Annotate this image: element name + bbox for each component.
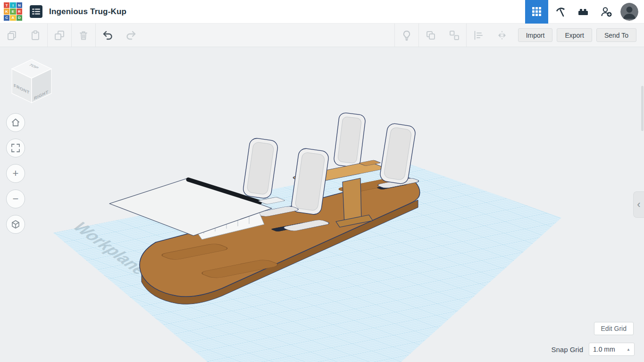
zoom-in-button[interactable]: + xyxy=(6,164,25,183)
group-button[interactable] xyxy=(419,24,443,47)
import-button[interactable]: Import xyxy=(518,28,553,42)
snap-grid-select[interactable]: 1.0 mm ▲ xyxy=(589,343,635,356)
show-all-button[interactable] xyxy=(395,24,418,47)
seat-right[interactable] xyxy=(376,123,421,189)
delete-button[interactable] xyxy=(72,24,95,47)
trash-icon xyxy=(78,30,89,41)
send-to-button[interactable]: Send To xyxy=(596,28,636,42)
lego-export-button[interactable] xyxy=(571,0,594,24)
copy-icon xyxy=(6,30,17,41)
logo-tile: D xyxy=(17,15,22,21)
mirror-button[interactable] xyxy=(490,24,514,47)
redo-button[interactable] xyxy=(119,24,143,47)
undo-icon xyxy=(101,29,114,41)
brick-icon xyxy=(577,6,589,18)
design-title: Ingenious Trug-Kup xyxy=(49,7,126,16)
add-person-icon xyxy=(600,6,612,18)
minecraft-export-button[interactable] xyxy=(548,0,571,24)
design-menu-button[interactable] xyxy=(30,5,42,18)
view-cube[interactable]: TOP FRONT RIGHT xyxy=(6,57,58,108)
chevron-left-icon: ‹ xyxy=(637,198,640,211)
logo-tile: N xyxy=(17,2,22,8)
snap-grid-label: Snap Grid xyxy=(551,346,583,354)
caret-up-icon: ▲ xyxy=(627,347,630,352)
redo-icon xyxy=(125,29,137,41)
align-icon xyxy=(473,30,484,41)
export-button[interactable]: Export xyxy=(557,28,592,42)
align-button[interactable] xyxy=(467,24,490,47)
pickaxe-icon xyxy=(554,6,566,18)
home-view-button[interactable] xyxy=(6,113,25,132)
snap-grid-controls: Snap Grid 1.0 mm ▲ xyxy=(551,343,635,356)
logo-tile: E xyxy=(10,8,16,14)
snap-grid-value: 1.0 mm xyxy=(593,346,615,353)
duplicate-icon xyxy=(54,30,65,41)
view-nav: + − xyxy=(6,113,25,234)
logo-tile: I xyxy=(10,2,16,8)
dashboard-grid-button[interactable] xyxy=(525,0,548,24)
logo-tile: T xyxy=(4,2,9,8)
logo-tile: R xyxy=(17,8,22,14)
lightbulb-icon xyxy=(401,30,412,41)
scrollbar[interactable] xyxy=(641,86,644,131)
home-icon xyxy=(10,117,21,128)
ungroup-icon xyxy=(449,30,460,41)
undo-button[interactable] xyxy=(96,24,119,47)
copy-button[interactable] xyxy=(0,24,24,47)
paste-icon xyxy=(30,30,41,41)
grid-icon xyxy=(532,7,541,16)
fit-view-button[interactable] xyxy=(6,139,25,157)
logo-tile: K xyxy=(4,8,9,14)
ungroup-button[interactable] xyxy=(443,24,466,47)
list-icon xyxy=(32,8,40,15)
minus-icon: − xyxy=(13,194,19,204)
perspective-cube-icon xyxy=(10,219,21,230)
paste-button[interactable] xyxy=(24,24,47,47)
zoom-out-button[interactable]: − xyxy=(6,189,25,208)
fit-view-icon xyxy=(10,143,21,153)
account-avatar[interactable] xyxy=(620,3,638,21)
avatar-icon xyxy=(620,3,638,21)
tinkercad-logo[interactable]: T I N K E R C A D xyxy=(4,2,22,21)
mirror-icon xyxy=(496,30,508,41)
edit-toolbar: Import Export Send To xyxy=(0,24,644,47)
duplicate-button[interactable] xyxy=(48,24,71,47)
edit-grid-button[interactable]: Edit Grid xyxy=(594,322,634,335)
app-header: T I N K E R C A D Ingenious Trug-Kup xyxy=(0,0,644,24)
perspective-toggle-button[interactable] xyxy=(6,215,25,234)
3d-viewport[interactable]: Workplane xyxy=(0,0,644,362)
plus-icon: + xyxy=(13,168,19,179)
logo-tile: C xyxy=(4,15,9,21)
share-button[interactable] xyxy=(594,0,618,24)
group-icon xyxy=(425,30,436,41)
logo-tile: A xyxy=(10,15,16,21)
collapse-panel-tab[interactable]: ‹ xyxy=(633,191,644,218)
